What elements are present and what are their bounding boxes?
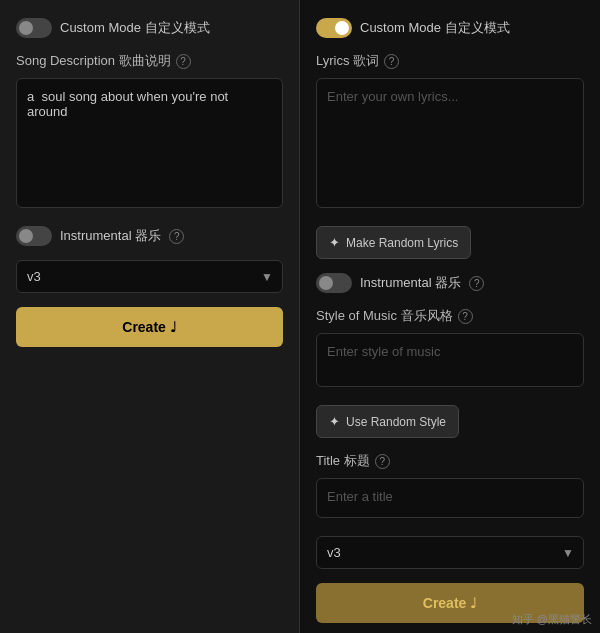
title-help[interactable]: ?	[375, 454, 390, 469]
style-input[interactable]	[316, 333, 584, 387]
title-section: Title 标题 ?	[316, 452, 584, 522]
lyrics-section: Lyrics 歌词 ?	[316, 52, 584, 212]
right-instrumental-label: Instrumental 器乐	[360, 274, 461, 292]
right-custom-mode-label: Custom Mode 自定义模式	[360, 19, 510, 37]
use-random-style-label: Use Random Style	[346, 415, 446, 429]
lyrics-help[interactable]: ?	[384, 54, 399, 69]
make-random-lyrics-button[interactable]: ✦ Make Random Lyrics	[316, 226, 471, 259]
make-random-lyrics-label: Make Random Lyrics	[346, 236, 458, 250]
left-custom-mode-toggle[interactable]	[16, 18, 52, 38]
left-instrumental-help[interactable]: ?	[169, 229, 184, 244]
left-version-select[interactable]: v3	[16, 260, 283, 293]
random-style-icon: ✦	[329, 414, 340, 429]
left-instrumental-label: Instrumental 器乐	[60, 227, 161, 245]
right-instrumental-help[interactable]: ?	[469, 276, 484, 291]
left-instrumental-toggle[interactable]	[16, 226, 52, 246]
title-input[interactable]	[316, 478, 584, 518]
title-label-row: Title 标题 ?	[316, 452, 584, 470]
style-help[interactable]: ?	[458, 309, 473, 324]
song-description-input[interactable]: a soul song about when you're not around	[16, 78, 283, 208]
left-version-select-wrapper: v3 ▼	[16, 260, 283, 293]
left-instrumental-row: Instrumental 器乐 ?	[16, 226, 283, 246]
right-version-select-wrapper: v3 ▼	[316, 536, 584, 569]
random-lyrics-icon: ✦	[329, 235, 340, 250]
lyrics-label-row: Lyrics 歌词 ?	[316, 52, 584, 70]
use-random-style-button[interactable]: ✦ Use Random Style	[316, 405, 459, 438]
title-label: Title 标题	[316, 452, 370, 470]
right-instrumental-row: Instrumental 器乐 ?	[316, 273, 584, 293]
right-panel: Custom Mode 自定义模式 Lyrics 歌词 ? ✦ Make Ran…	[300, 0, 600, 633]
style-label-row: Style of Music 音乐风格 ?	[316, 307, 584, 325]
song-description-help[interactable]: ?	[176, 54, 191, 69]
right-instrumental-toggle[interactable]	[316, 273, 352, 293]
song-description-label-row: Song Description 歌曲说明 ?	[16, 52, 283, 70]
song-description-section: Song Description 歌曲说明 ? a soul song abou…	[16, 52, 283, 212]
lyrics-label: Lyrics 歌词	[316, 52, 379, 70]
watermark: 知乎 @黑猫警长	[512, 612, 592, 627]
right-version-select[interactable]: v3	[316, 536, 584, 569]
right-custom-mode-toggle[interactable]	[316, 18, 352, 38]
style-section: Style of Music 音乐风格 ?	[316, 307, 584, 391]
lyrics-input[interactable]	[316, 78, 584, 208]
left-create-button[interactable]: Create ♩	[16, 307, 283, 347]
right-custom-mode-row: Custom Mode 自定义模式	[316, 18, 584, 38]
left-custom-mode-label: Custom Mode 自定义模式	[60, 19, 210, 37]
left-custom-mode-row: Custom Mode 自定义模式	[16, 18, 283, 38]
song-description-label: Song Description 歌曲说明	[16, 52, 171, 70]
left-panel: Custom Mode 自定义模式 Song Description 歌曲说明 …	[0, 0, 300, 633]
style-label: Style of Music 音乐风格	[316, 307, 453, 325]
